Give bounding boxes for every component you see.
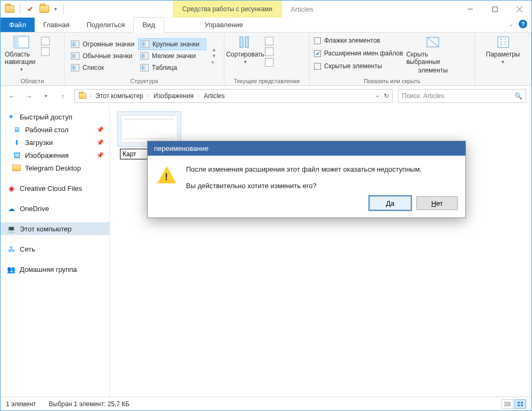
checkbox-item-flags[interactable]: Флажки элементов	[314, 35, 403, 46]
hide-selected-button[interactable]: Скрыть выбранные элементы	[406, 35, 460, 74]
sidebar-onedrive[interactable]: ☁ OneDrive	[1, 202, 109, 215]
layout-list[interactable]: Список	[69, 62, 137, 74]
sort-icon	[237, 35, 254, 50]
minimize-button[interactable]	[458, 1, 482, 18]
details-pane-icon[interactable]	[41, 47, 50, 56]
sidebar-this-pc[interactable]: 💻 Этот компьютер	[1, 222, 109, 235]
folder-icon	[79, 93, 86, 99]
this-pc-icon: 💻	[7, 224, 15, 233]
close-icon	[517, 6, 522, 12]
expand-icon[interactable]: ▾	[212, 60, 216, 65]
sort-button[interactable]: Сортировать ▾	[229, 35, 262, 65]
sidebar-item-telegram[interactable]: Telegram Desktop	[1, 162, 109, 174]
help-icon[interactable]: ?	[519, 20, 527, 28]
breadcrumb[interactable]: › Этот компьютер › Изображения › Article…	[74, 89, 393, 103]
view-icons-button[interactable]	[514, 399, 526, 409]
layout-regular[interactable]: Обычные значки	[69, 50, 137, 62]
crumb-this-pc[interactable]: Этот компьютер	[93, 92, 146, 100]
qat-dropdown-icon[interactable]: ▾	[52, 6, 59, 12]
search-input[interactable]: Поиск: Articles 🔍	[398, 89, 526, 103]
ribbon-right-controls: ⌄ ?	[509, 20, 527, 28]
tab-share[interactable]: Поделиться	[78, 18, 133, 32]
checkbox-icon	[314, 63, 321, 70]
creative-cloud-icon: ◉	[7, 184, 15, 192]
nav-pane-button[interactable]: Область навигации ▾	[5, 35, 38, 72]
crumb-articles[interactable]: Articles	[201, 92, 227, 100]
group-label: Показать или скрыть	[314, 77, 470, 84]
crumb-pictures[interactable]: Изображения	[151, 92, 196, 100]
window-controls	[458, 1, 531, 18]
sidebar-item-downloads[interactable]: ⬇ Загрузки 📌	[1, 136, 109, 149]
back-button[interactable]: ←	[6, 90, 18, 102]
group-label: Структура	[69, 77, 220, 84]
dialog-yes-button[interactable]: Да	[369, 196, 411, 210]
address-bar-row: ← → ▾ ↑ › Этот компьютер › Изображения ›…	[1, 86, 531, 106]
dialog-title: переименование	[148, 141, 465, 156]
tab-home[interactable]: Главная	[35, 18, 78, 32]
ribbon-tabs: Файл Главная Поделиться Вид Управление ⌄…	[1, 18, 531, 33]
close-button[interactable]	[507, 1, 531, 18]
sidebar-quick-access[interactable]: ✦ Быстрый доступ	[1, 110, 109, 123]
size-columns-icon[interactable]	[265, 58, 273, 67]
scroll-down-icon[interactable]: ▼	[212, 53, 216, 59]
sidebar-item-pictures[interactable]: 🖼 Изображения 📌	[1, 149, 109, 162]
tab-view[interactable]: Вид	[133, 17, 164, 33]
add-columns-icon[interactable]	[265, 47, 273, 56]
search-placeholder: Поиск: Articles	[402, 92, 444, 100]
svg-rect-6	[240, 37, 243, 47]
sidebar-network[interactable]: 🖧 Сеть	[1, 243, 109, 255]
folder-qat-icon[interactable]	[38, 3, 50, 15]
layout-icon	[140, 64, 149, 71]
checkbox-extensions[interactable]: ✔Расширения имен файлов	[314, 47, 403, 59]
nav-pane-label: Область навигации	[5, 51, 38, 66]
tab-manage[interactable]: Управление	[196, 18, 252, 32]
group-show-hide: Флажки элементов ✔Расширения имен файлов…	[310, 33, 475, 85]
group-by-icon[interactable]	[265, 37, 273, 45]
layout-huge[interactable]: Огромные значки	[69, 38, 137, 50]
checkbox-hidden[interactable]: Скрытые элементы	[314, 60, 403, 72]
layout-large[interactable]: Крупные значки	[138, 38, 206, 50]
star-icon: ✦	[7, 112, 15, 121]
icons-view-icon	[517, 401, 523, 407]
sidebar-homegroup[interactable]: 👥 Домашняя группа	[1, 263, 109, 276]
minimize-icon	[467, 6, 473, 12]
group-options: Параметры ▾	[475, 33, 531, 85]
desktop-icon: 🖥	[12, 125, 21, 134]
maximize-button[interactable]	[482, 1, 507, 18]
chevron-right-icon[interactable]: ›	[198, 93, 199, 99]
svg-rect-7	[245, 37, 248, 47]
rename-dialog: переименование После изменения расширени…	[147, 141, 466, 218]
up-button[interactable]: ↑	[57, 90, 69, 102]
svg-rect-19	[518, 405, 520, 406]
layout-table[interactable]: Таблица	[138, 62, 206, 74]
dropdown-icon[interactable]: ⌄	[375, 92, 380, 100]
quick-access-toolbar: ✔ ▾	[1, 3, 66, 15]
svg-rect-5	[14, 36, 19, 48]
svg-rect-1	[493, 7, 497, 12]
svg-rect-17	[518, 402, 520, 404]
dialog-message-2: Вы действительно хотите изменить его?	[186, 182, 422, 190]
chevron-right-icon[interactable]: ›	[148, 93, 149, 99]
history-dropdown[interactable]: ▾	[40, 90, 52, 102]
scroll-up-icon[interactable]: ▲	[212, 47, 216, 52]
refresh-icon[interactable]: ↻	[384, 92, 389, 100]
sidebar-creative-cloud[interactable]: ◉ Creative Cloud Files	[1, 182, 109, 195]
view-details-button[interactable]	[502, 399, 513, 409]
layout-small[interactable]: Мелкие значки	[138, 50, 206, 62]
details-view-icon	[504, 401, 511, 407]
folder-icon	[4, 3, 15, 15]
sidebar-item-desktop[interactable]: 🖥 Рабочий стол 📌	[1, 123, 109, 136]
preview-pane-icon[interactable]	[41, 37, 50, 45]
separator	[20, 4, 20, 14]
collapse-ribbon-icon[interactable]: ⌄	[509, 21, 513, 27]
ribbon: Область навигации ▾ Области Огромные зна…	[1, 33, 531, 86]
checkbox-qat-icon[interactable]: ✔	[25, 3, 36, 15]
chevron-right-icon[interactable]: ›	[90, 93, 91, 99]
forward-button[interactable]: →	[23, 90, 35, 102]
tab-file[interactable]: Файл	[1, 18, 35, 32]
pin-icon: 📌	[96, 126, 104, 133]
options-button[interactable]: Параметры ▾	[487, 35, 520, 65]
warning-icon	[157, 165, 176, 190]
svg-rect-20	[521, 405, 523, 406]
dialog-no-button[interactable]: Нет	[416, 196, 458, 210]
